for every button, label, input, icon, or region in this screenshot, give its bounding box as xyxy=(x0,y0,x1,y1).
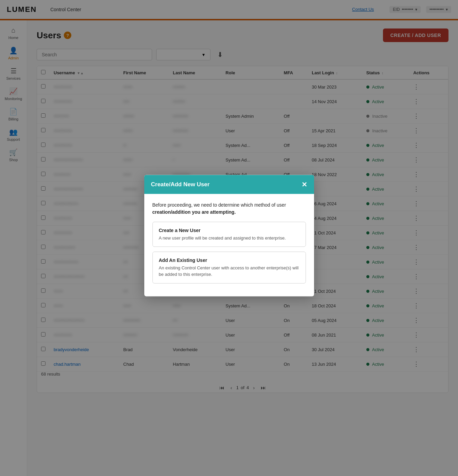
add-existing-user-title: Add An Existing User xyxy=(159,258,299,263)
modal-subtitle: Before proceeding, we need to determine … xyxy=(152,201,306,215)
modal-body: Before proceeding, we need to determine … xyxy=(144,194,314,297)
modal-header: Create/Add New User ✕ xyxy=(144,175,314,194)
add-existing-user-option[interactable]: Add An Existing User An existing Control… xyxy=(152,252,306,284)
modal-title: Create/Add New User xyxy=(151,181,210,188)
create-new-user-option[interactable]: Create a New User A new user profile wil… xyxy=(152,222,306,247)
create-add-user-modal: Create/Add New User ✕ Before proceeding,… xyxy=(144,175,314,297)
add-existing-user-desc: An existing Control Center user with acc… xyxy=(159,265,299,278)
modal-close-button[interactable]: ✕ xyxy=(301,180,307,188)
create-new-user-title: Create a New User xyxy=(159,227,299,233)
create-new-user-desc: A new user profile will be created and a… xyxy=(159,235,299,241)
